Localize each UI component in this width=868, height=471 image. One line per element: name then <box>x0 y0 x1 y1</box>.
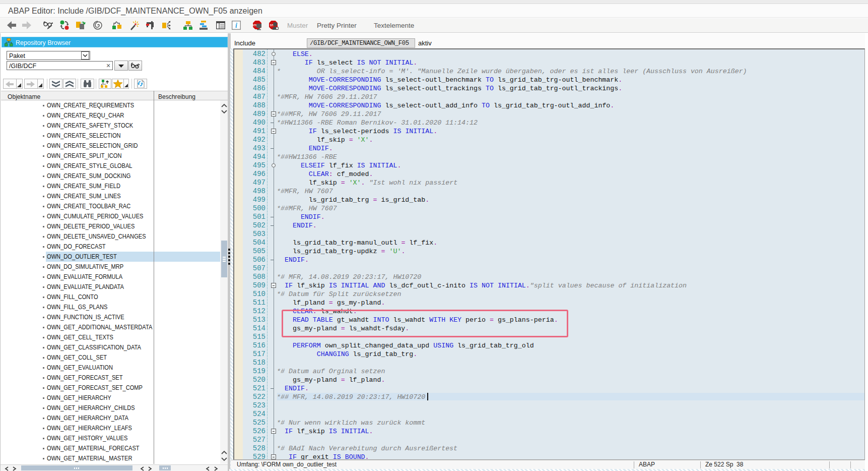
svg-text:i: i <box>235 22 237 29</box>
